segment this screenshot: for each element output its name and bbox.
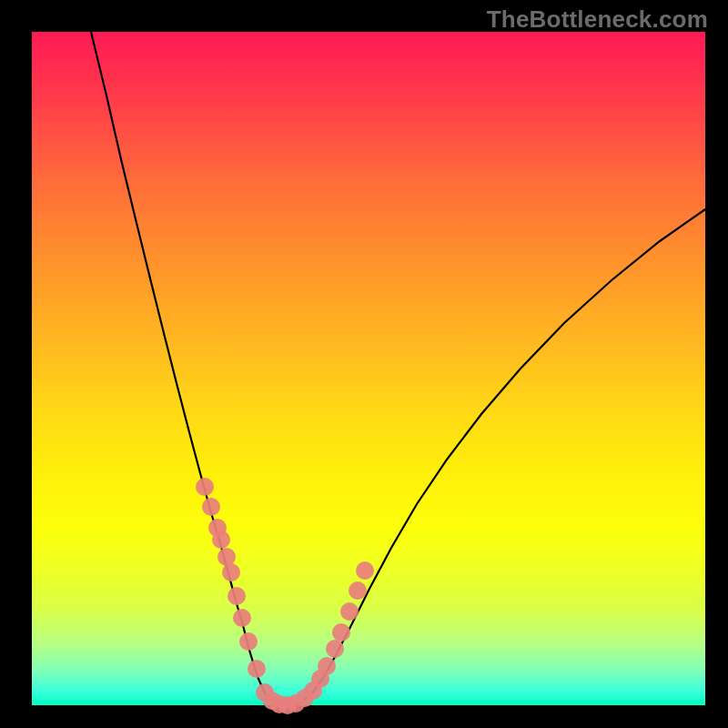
highlight-dot (332, 623, 350, 642)
highlight-dot (233, 609, 251, 627)
highlight-dot (202, 498, 220, 516)
highlight-dot (239, 632, 258, 651)
chart-svg (32, 32, 705, 705)
highlight-dot (228, 587, 246, 605)
highlight-dot (212, 531, 230, 549)
highlight-dots-group (196, 478, 374, 714)
highlight-dot (326, 640, 344, 658)
highlight-dot (340, 602, 359, 621)
highlight-dot (196, 478, 214, 496)
highlight-dot (248, 660, 266, 678)
chart-frame: TheBottleneck.com (0, 0, 728, 728)
highlight-dot (318, 657, 336, 675)
highlight-dot (356, 561, 374, 580)
highlight-dot (349, 581, 367, 600)
curve-right-branch (312, 209, 705, 693)
watermark-text: TheBottleneck.com (487, 5, 708, 34)
highlight-dot (217, 548, 236, 566)
highlight-dot (222, 563, 240, 581)
